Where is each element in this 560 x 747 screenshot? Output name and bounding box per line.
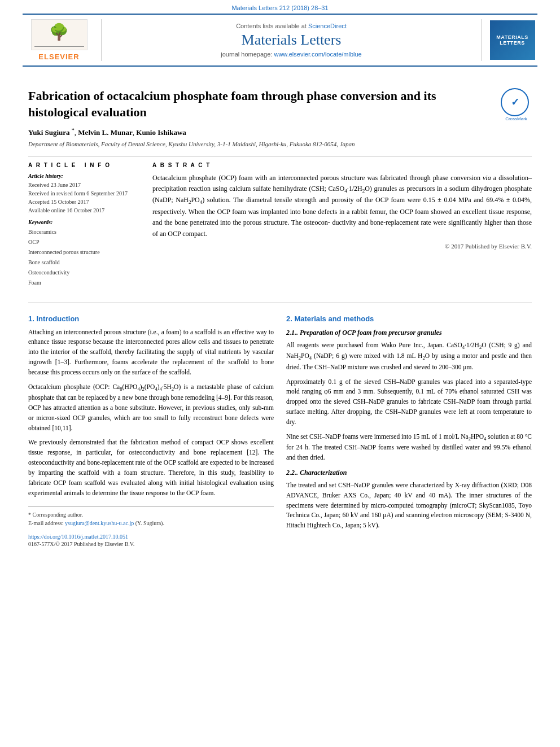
email-link[interactable]: ysugiura@dent.kyushu-u.ac.jp [65,520,134,526]
body-col-left: 1. Introduction Attaching an interconnec… [28,314,274,548]
crossmark-badge: ✓ CrossMark [501,88,532,119]
keywords-list: Bioceramics OCP Interconnected porous st… [28,227,141,288]
abstract-text: Octacalcium phosphate (OCP) foam with an… [152,173,532,239]
author-sugiura: Yuki Sugiura [28,129,70,137]
keyword-5: Osteoconductivity [28,268,141,278]
article-title-block: Fabrication of octacalcium phosphate foa… [28,88,532,120]
info-abstract-columns: A R T I C L E I N F O Article history: R… [28,162,532,292]
author-munar: Melvin L. Munar [78,129,132,137]
journal-ref-text: Materials Letters 212 (2018) 28–31 [231,5,328,11]
doi-block: https://doi.org/10.1016/j.matlet.2017.10… [28,532,274,541]
homepage-url[interactable]: www.elsevier.com/locate/mlblue [274,51,361,58]
article-history-block: Article history: Received 23 June 2017 R… [28,173,141,215]
sciencedirect-line: Contents lists available at ScienceDirec… [236,23,347,29]
publisher-logo-area: 🌳 ELSEVIER [23,19,102,61]
doi-link[interactable]: https://doi.org/10.1016/j.matlet.2017.10… [28,534,128,540]
keyword-2: OCP [28,237,141,247]
elsevier-label: ELSEVIER [38,53,79,61]
intro-para-1: Attaching an interconnected porous struc… [28,327,274,378]
abstract-column: A B S T R A C T Octacalcium phosphate (O… [152,162,532,292]
copyright-line: © 2017 Published by Elsevier B.V. [152,243,532,250]
keywords-label: Keywords: [28,219,141,225]
sciencedirect-link[interactable]: ScienceDirect [308,23,347,29]
journal-title: Materials Letters [242,32,342,49]
keywords-block: Keywords: Bioceramics OCP Interconnected… [28,219,141,288]
corresponding-marker: * [72,127,75,133]
journal-info-center: Contents lists available at ScienceDirec… [102,19,481,61]
intro-title: 1. Introduction [28,314,274,323]
journal-homepage: journal homepage: www.elsevier.com/locat… [221,51,361,58]
journal-header: 🌳 ELSEVIER Contents lists available at S… [23,14,537,67]
characterization-para: The treated and set CSH–NaDP granules we… [286,480,532,531]
keyword-3: Interconnected porous structure [28,247,141,257]
intro-para-3: We previously demonstrated that the fabr… [28,438,274,498]
materials-para-3: Nine set CSH–NaDP foams were immersed in… [286,432,532,463]
materials-para-1: All reagents were purchased from Wako Pu… [286,340,532,373]
article-title: Fabrication of octacalcium phosphate foa… [28,88,532,120]
crossmark-text: CrossMark [501,116,532,121]
available-date: Available online 16 October 2017 [28,206,141,215]
tree-icon: 🌳 [49,23,69,41]
history-label: Article history: [28,173,141,179]
author-ishikawa: Kunio Ishikawa [136,129,186,137]
divider-2 [28,303,532,303]
subsection-2-2-title: 2.2.. Characterization [286,469,532,477]
article-content: Fabrication of octacalcium phosphate foa… [0,67,560,558]
issn-line: 0167-577X/© 2017 Published by Elsevier B… [28,541,274,547]
body-col-right: 2. Materials and methods 2.1.. Preparati… [286,314,532,548]
abstract-heading: A B S T R A C T [152,162,532,168]
ml-badge: materials letters [490,20,535,60]
article-info-column: A R T I C L E I N F O Article history: R… [28,162,141,292]
crossmark-circle: ✓ [501,88,529,116]
footnotes: * Corresponding author. E-mail address: … [28,506,274,547]
accepted-date: Accepted 15 October 2017 [28,198,141,206]
keyword-4: Bone scaffold [28,257,141,268]
elsevier-graphic: 🌳 [31,19,88,50]
received-date: Received 23 June 2017 [28,181,141,189]
intro-para-2: Octacalcium phosphate (OCP: Ca8(HPO4)2(P… [28,382,274,434]
body-columns: 1. Introduction Attaching an interconnec… [28,314,532,548]
affiliation: Department of Biomaterials, Faculty of D… [28,141,532,147]
journal-badge-area: materials letters [481,19,537,61]
keyword-1: Bioceramics [28,227,141,237]
divider-1 [28,156,532,156]
article-info-heading: A R T I C L E I N F O [28,162,141,168]
journal-reference: Materials Letters 212 (2018) 28–31 [0,0,560,14]
authors-line: Yuki Sugiura *, Melvin L. Munar, Kunio I… [28,127,532,137]
received-revised-date: Received in revised form 6 September 201… [28,189,141,198]
materials-para-2: Approximately 0.1 g of the sieved CSH–Na… [286,377,532,427]
page: Materials Letters 212 (2018) 28–31 🌳 ELS… [0,0,560,558]
keyword-6: Foam [28,278,141,288]
subsection-2-1-title: 2.1.. Preparation of OCP foam from precu… [286,329,532,337]
email-note: E-mail address: ysugiura@dent.kyushu-u.a… [28,519,274,527]
corresponding-note: * Corresponding author. [28,510,274,519]
materials-title: 2. Materials and methods [286,314,532,323]
